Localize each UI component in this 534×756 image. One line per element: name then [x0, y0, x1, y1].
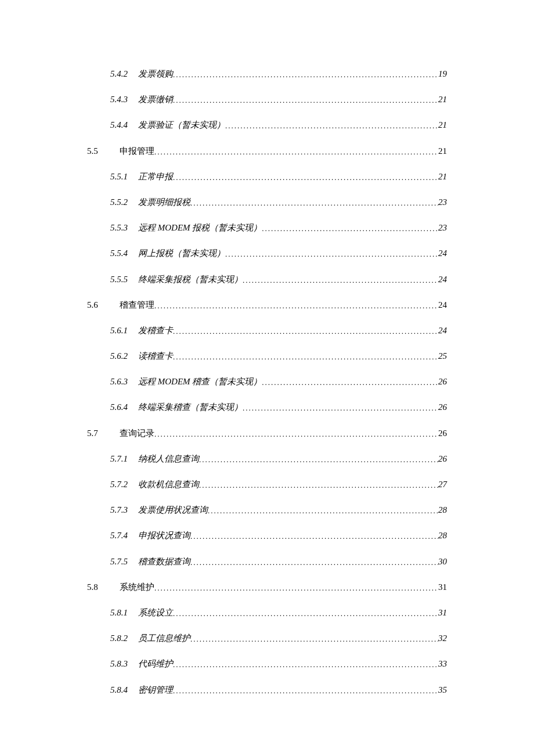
toc-number: 5.7.3 — [110, 505, 138, 515]
toc-page-number: 35 — [438, 685, 447, 695]
toc-entry: 5.5.5终端采集报税（暂未实现）24 — [110, 274, 447, 285]
toc-leader-dots — [173, 70, 438, 80]
toc-page-number: 19 — [438, 69, 447, 79]
toc-number: 5.5 — [87, 146, 120, 156]
toc-number: 5.7 — [87, 429, 120, 438]
toc-leader-dots — [190, 635, 438, 644]
toc-entry: 5.8.2员工信息维护32 — [110, 633, 447, 644]
toc-entry: 5.4.3发票缴销21 — [110, 94, 447, 105]
toc-entry: 5.7.1纳税人信息查询26 — [110, 453, 447, 465]
toc-entry: 5.8.4密钥管理35 — [110, 685, 447, 696]
toc-number: 5.6.4 — [110, 402, 138, 412]
toc-entry: 5.4.4发票验证（暂未实现）21 — [110, 120, 447, 131]
toc-leader-dots — [190, 199, 438, 208]
toc-page-number: 24 — [438, 300, 447, 310]
toc-page-number: 28 — [438, 505, 447, 515]
toc-page-number: 26 — [438, 454, 447, 464]
toc-title: 代码维护 — [138, 658, 173, 669]
toc-page-number: 24 — [438, 326, 447, 336]
toc-page-number: 31 — [438, 608, 447, 618]
toc-page-number: 23 — [438, 197, 447, 207]
toc-title: 远程 MODEM 稽查（暂未实现） — [138, 376, 262, 387]
toc-entry: 5.7.5稽查数据查询30 — [110, 556, 447, 567]
toc-number: 5.7.2 — [110, 480, 138, 489]
toc-entry: 5.5.4网上报税（暂未实现）24 — [110, 248, 447, 259]
toc-leader-dots — [208, 506, 438, 516]
toc-leader-dots — [173, 327, 438, 336]
toc-leader-dots — [173, 173, 438, 182]
toc-leader-dots — [199, 481, 438, 490]
toc-number: 5.8.3 — [110, 659, 138, 669]
toc-page-number: 27 — [438, 480, 447, 489]
toc-number: 5.7.1 — [110, 454, 138, 464]
toc-entry: 5.8.1系统设立31 — [110, 607, 447, 618]
toc-entry: 5.7.4申报状况查询28 — [110, 530, 447, 541]
toc-page-number: 21 — [438, 120, 447, 130]
toc-number: 5.6.3 — [110, 377, 138, 387]
toc-title: 密钥管理 — [138, 685, 173, 696]
toc-title: 申报状况查询 — [138, 530, 190, 541]
toc-title: 发票领购 — [138, 69, 173, 80]
toc-title: 系统设立 — [138, 607, 173, 618]
toc-number: 5.4.2 — [110, 69, 138, 79]
toc-number: 5.5.5 — [110, 275, 138, 285]
toc-entry: 5.6稽查管理24 — [87, 300, 447, 311]
toc-leader-dots — [173, 352, 438, 362]
toc-leader-dots — [199, 455, 438, 465]
toc-number: 5.8.1 — [110, 608, 138, 618]
toc-number: 5.5.1 — [110, 172, 138, 182]
toc-page-number: 28 — [438, 531, 447, 541]
toc-number: 5.7.4 — [110, 531, 138, 541]
toc-leader-dots — [154, 584, 438, 593]
toc-leader-dots — [154, 147, 438, 157]
toc-entry: 5.5.3远程 MODEM 报税（暂未实现）23 — [110, 222, 447, 233]
toc-number: 5.8.2 — [110, 633, 138, 643]
toc-page-number: 30 — [438, 557, 447, 567]
toc-leader-dots — [173, 609, 438, 618]
toc-title: 稽查数据查询 — [138, 556, 190, 567]
document-page: 5.4.2发票领购195.4.3发票缴销215.4.4发票验证（暂未实现）215… — [0, 0, 534, 756]
toc-title: 发票验证（暂未实现） — [138, 120, 225, 131]
toc-title: 申报管理 — [120, 146, 154, 157]
toc-number: 5.5.4 — [110, 249, 138, 258]
toc-leader-dots — [262, 378, 438, 387]
toc-entry: 5.6.3远程 MODEM 稽查（暂未实现）26 — [110, 376, 447, 387]
toc-leader-dots — [243, 404, 438, 413]
toc-entry: 5.7.3发票使用状况查询28 — [110, 505, 447, 516]
toc-number: 5.6 — [87, 300, 120, 310]
toc-number: 5.5.2 — [110, 197, 138, 207]
toc-entry: 5.6.4终端采集稽查（暂未实现）26 — [110, 402, 447, 413]
toc-page-number: 31 — [438, 582, 447, 592]
toc-entry: 5.4.2发票领购19 — [110, 69, 447, 80]
toc-title: 终端采集稽查（暂未实现） — [138, 402, 243, 413]
toc-page-number: 26 — [438, 429, 447, 438]
toc-entry: 5.5.1正常申报21 — [110, 171, 447, 182]
toc-title: 发票明细报税 — [138, 197, 190, 208]
toc-entry: 5.8系统维护31 — [87, 582, 447, 593]
toc-title: 网上报税（暂未实现） — [138, 248, 225, 259]
toc-number: 5.6.1 — [110, 326, 138, 336]
toc-title: 发票使用状况查询 — [138, 505, 208, 516]
toc-page-number: 21 — [438, 172, 447, 182]
toc-title: 稽查管理 — [120, 300, 154, 311]
toc-leader-dots — [243, 276, 438, 285]
toc-title: 发稽查卡 — [138, 325, 173, 336]
toc-title: 发票缴销 — [138, 94, 173, 105]
toc-page-number: 33 — [438, 659, 447, 669]
toc-page-number: 26 — [438, 402, 447, 412]
toc-page-number: 26 — [438, 377, 447, 387]
toc-title: 正常申报 — [138, 171, 173, 182]
toc-page-number: 21 — [438, 95, 447, 105]
toc-leader-dots — [190, 558, 438, 567]
toc-number: 5.4.3 — [110, 95, 138, 105]
toc-entry: 5.6.1发稽查卡24 — [110, 325, 447, 336]
toc-number: 5.6.2 — [110, 351, 138, 361]
toc-number: 5.5.3 — [110, 223, 138, 233]
toc-number: 5.8 — [87, 582, 120, 592]
toc-entry: 5.7.2收款机信息查询27 — [110, 479, 447, 490]
toc-number: 5.4.4 — [110, 120, 138, 130]
toc-title: 系统维护 — [120, 582, 154, 593]
toc-leader-dots — [173, 660, 438, 669]
toc-entry: 5.5.2发票明细报税23 — [110, 197, 447, 208]
toc-leader-dots — [154, 301, 438, 311]
